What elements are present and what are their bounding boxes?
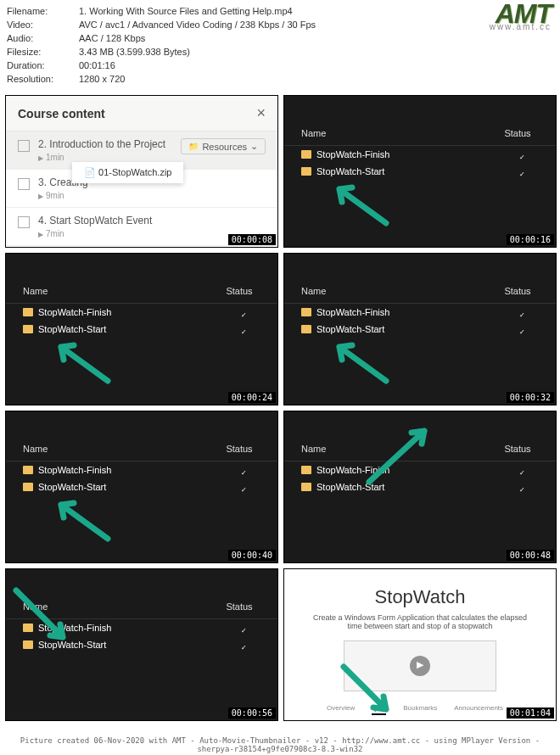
timestamp: 00:01:04	[507, 707, 554, 719]
thumbnail-5[interactable]: NameStatus StopWatch-Finish StopWatch-St…	[5, 411, 278, 563]
column-status[interactable]: Status	[496, 128, 539, 138]
timestamp: 00:00:48	[507, 550, 554, 561]
audio-value: AAC / 128 Kbps	[79, 31, 145, 45]
thumbnail-1[interactable]: Course content × 2. Introduction to the …	[5, 95, 278, 248]
folder-row[interactable]: StopWatch-Start	[6, 478, 277, 495]
folder-icon	[23, 325, 33, 333]
course-title: Course content	[18, 107, 105, 120]
timestamp: 00:00:40	[228, 550, 276, 561]
filename-label: Filename:	[7, 4, 79, 18]
course-item-label: 2. Introduction to the Project	[38, 138, 181, 150]
folder-icon	[301, 483, 311, 491]
folder-row[interactable]: StopWatch-Start	[284, 163, 556, 180]
course-item-meta: 9min	[38, 191, 266, 200]
thumbnail-8[interactable]: StopWatch Create a Windows Form Applicat…	[283, 568, 557, 721]
thumbnail-6[interactable]: NameStatus StopWatch-Finish StopWatch-St…	[283, 411, 557, 563]
checkbox-icon[interactable]	[18, 140, 30, 152]
course-item-meta: 1min	[38, 153, 181, 162]
column-name[interactable]: Name	[301, 128, 496, 138]
arrow-icon	[48, 334, 116, 385]
column-status[interactable]: Status	[218, 444, 260, 454]
folder-icon	[301, 308, 311, 316]
arrow-icon	[327, 334, 395, 385]
filesize-value: 3.43 MB (3.599.938 Bytes)	[79, 45, 190, 59]
column-name[interactable]: Name	[23, 286, 218, 296]
folder-icon	[301, 325, 311, 333]
column-status[interactable]: Status	[496, 286, 539, 296]
folder-icon	[301, 167, 311, 176]
arrow-icon	[335, 663, 403, 721]
folder-row[interactable]: StopWatch-Start	[284, 321, 556, 338]
folder-row[interactable]: StopWatch-Finish	[284, 304, 556, 321]
metadata-header: Filename:1. Working With Source Files an…	[0, 0, 560, 90]
slide-subtitle: Create a Windows Form Application that c…	[310, 613, 530, 630]
column-status[interactable]: Status	[218, 601, 260, 612]
video-value: AVC / avc1 / Advanced Video Coding / 238…	[79, 18, 316, 31]
folder-icon	[301, 466, 311, 474]
column-status[interactable]: Status	[218, 286, 260, 296]
folder-icon	[23, 483, 33, 491]
tab-announcements[interactable]: Announcements	[454, 704, 503, 715]
arrow-icon	[361, 418, 437, 486]
thumbnail-grid: Course content × 2. Introduction to the …	[0, 90, 560, 726]
folder-row[interactable]: StopWatch-Finish	[6, 461, 277, 478]
column-name[interactable]: Name	[301, 286, 496, 296]
resolution-label: Resolution:	[7, 72, 79, 86]
timestamp: 00:00:32	[507, 392, 554, 403]
checkbox-icon[interactable]	[18, 178, 30, 190]
resolution-value: 1280 x 720	[79, 72, 125, 86]
chevron-down-icon: ⌄	[250, 141, 258, 152]
folder-icon	[23, 466, 33, 474]
video-label: Video:	[7, 18, 79, 31]
audio-label: Audio:	[7, 31, 79, 45]
duration-label: Duration:	[7, 59, 79, 72]
logo-url: www.amt.cc	[490, 20, 552, 34]
folder-icon	[301, 150, 311, 159]
folder-row[interactable]: StopWatch-Finish	[284, 146, 556, 163]
thumbnail-4[interactable]: NameStatus StopWatch-Finish StopWatch-St…	[283, 253, 557, 405]
timestamp: 00:00:16	[507, 234, 554, 245]
footer-text: Picture created 06-Nov-2020 with AMT - A…	[0, 736, 560, 753]
column-name[interactable]: Name	[23, 444, 218, 454]
folder-row[interactable]: StopWatch-Start	[6, 321, 277, 338]
resources-button[interactable]: Resources⌄	[181, 138, 266, 154]
timestamp: 00:00:56	[228, 707, 276, 719]
column-status[interactable]: Status	[496, 444, 539, 454]
duration-value: 00:01:16	[79, 59, 115, 72]
course-item-label: 4. Start StopWatch Event	[38, 215, 266, 226]
checkbox-icon[interactable]	[18, 216, 30, 228]
thumbnail-7[interactable]: NameStatus StopWatch-Finish StopWatch-St…	[5, 568, 278, 721]
folder-icon	[23, 308, 33, 316]
arrow-icon	[327, 176, 395, 227]
filename-value: 1. Working With Source Files and Getting…	[79, 4, 293, 18]
logo: AMT www.amt.cc	[490, 7, 552, 34]
thumbnail-2[interactable]: NameStatus StopWatch-Finish StopWatch-St…	[283, 95, 557, 248]
tab-bookmarks[interactable]: Bookmarks	[403, 704, 437, 715]
logo-text: AMT	[490, 7, 552, 20]
filesize-label: Filesize:	[7, 45, 79, 59]
folder-row[interactable]: StopWatch-Finish	[6, 304, 277, 321]
slide-title: StopWatch	[310, 586, 530, 608]
resources-dropdown-item[interactable]: 01-StopWatch.zip	[72, 162, 183, 183]
play-icon[interactable]	[410, 656, 430, 676]
thumbnail-3[interactable]: NameStatus StopWatch-Finish StopWatch-St…	[5, 253, 278, 405]
arrow-icon	[8, 586, 76, 646]
course-header: Course content ×	[6, 96, 277, 131]
arrow-icon	[48, 492, 116, 543]
timestamp: 00:00:08	[228, 234, 276, 245]
timestamp: 00:00:24	[228, 392, 276, 403]
close-icon[interactable]: ×	[256, 104, 266, 122]
